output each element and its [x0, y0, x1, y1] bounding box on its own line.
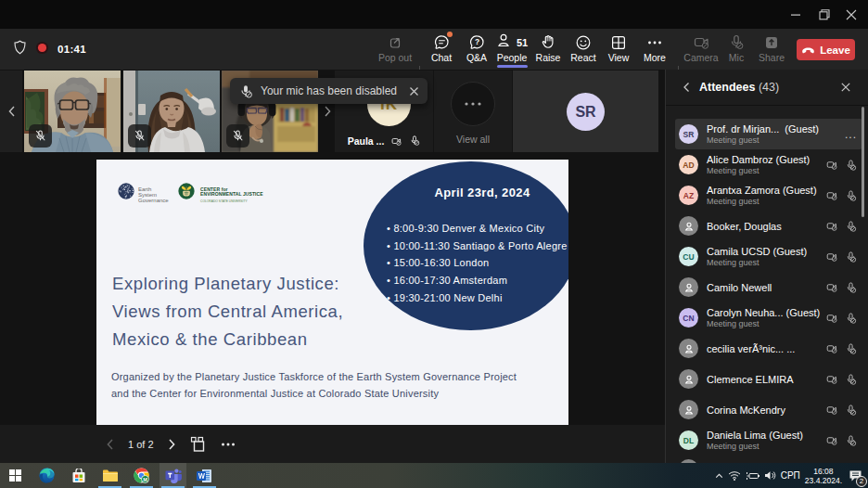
toast-message: Your mic has been disabled — [261, 84, 402, 97]
mic-off-icon — [845, 373, 857, 386]
attendees-panel: Attendees (43) SR Prof. dr Mirjan... (Gu… — [665, 70, 868, 463]
teams-icon — [165, 468, 182, 483]
camera-off-icon — [693, 32, 710, 52]
video-tile-participant-2[interactable] — [123, 71, 220, 152]
raise-hand-icon — [540, 32, 556, 52]
camera-off-icon — [825, 312, 838, 324]
mic-off-icon — [409, 135, 420, 147]
taskbar-word-icon[interactable] — [191, 463, 218, 488]
shared-presentation-slide[interactable]: April 23rd, 2024 8:00-9:30 Denver & Mexi… — [96, 160, 568, 425]
attendee-row[interactable]: Camilo Newell — [675, 272, 862, 302]
back-button[interactable] — [683, 82, 690, 93]
toast-close-icon[interactable] — [409, 86, 419, 96]
slide-title: Exploring Planetary Justice:Views from C… — [112, 270, 343, 353]
attendee-row[interactable]: Clemence ELMIRA — [675, 364, 862, 394]
battery-icon[interactable] — [746, 471, 760, 481]
raise-button[interactable]: Raise — [530, 31, 566, 69]
more-button[interactable]: More — [637, 31, 672, 69]
next-slide-button[interactable] — [168, 438, 176, 451]
mic-off-icon — [845, 250, 857, 263]
more-options-button[interactable] — [220, 436, 236, 453]
taskbar-store-icon[interactable] — [65, 463, 92, 488]
taskbar-explorer-icon[interactable] — [96, 463, 123, 488]
attendee-name: Prof. dr Mirjan... (Guest) — [707, 123, 819, 135]
restore-button[interactable] — [820, 10, 829, 19]
panel-separator — [666, 105, 868, 106]
windows-taskbar: M — [0, 463, 868, 488]
prev-slide-button[interactable] — [106, 438, 114, 451]
action-center-button[interactable]: 2 — [847, 467, 864, 485]
attendee-avatar: AD — [679, 155, 698, 174]
attendee-row[interactable]: Corina McKendry — [675, 394, 862, 425]
volume-icon[interactable] — [764, 470, 776, 481]
minimize-button[interactable] — [791, 15, 800, 16]
attendee-avatar: AZ — [679, 186, 698, 205]
taskbar-edge-icon[interactable] — [33, 463, 60, 488]
camera-off-icon — [825, 220, 838, 232]
tile2-muted-badge — [128, 124, 151, 148]
attendee-row[interactable]: Booker, Douglas — [675, 211, 862, 241]
video-tile-spotlight[interactable]: SR — [513, 71, 658, 152]
attendee-row[interactable]: CU Camila UCSD (Guest) Meeting guest — [675, 241, 862, 272]
chat-button[interactable]: Chat — [424, 31, 459, 69]
tray-clock[interactable]: 16:08 23.4.2024. — [805, 467, 842, 485]
attendees-header: Attendees (43) — [666, 70, 868, 105]
attendee-row[interactable]: cecilia verÃ³nic... ... — [675, 333, 862, 364]
mic-off-icon — [133, 129, 147, 143]
recording-indicator-icon — [35, 41, 49, 58]
tray-language[interactable]: СРП — [781, 470, 800, 481]
thumbnail-view-button[interactable] — [190, 436, 206, 452]
chevron-right-icon — [324, 105, 332, 118]
attendee-row[interactable]: CN Carolyn Neuha... (Guest) Meeting gues… — [675, 302, 862, 333]
notification-badge: 2 — [856, 476, 867, 487]
attendee-name: Clemence ELMIRA — [707, 374, 794, 385]
attendee-avatar: CN — [679, 308, 698, 327]
start-button[interactable] — [2, 463, 29, 488]
taskbar-chrome-icon[interactable]: M — [128, 463, 155, 488]
share-button[interactable]: Share — [754, 31, 789, 69]
spotlight-avatar: SR — [567, 93, 605, 131]
attendee-role: Meeting guest — [707, 197, 817, 206]
more-dots-icon — [646, 32, 663, 52]
camera-off-icon — [825, 281, 838, 293]
attendee-avatar-person-icon — [679, 277, 698, 297]
view-all-tile[interactable]: View all — [434, 71, 512, 152]
mic-off-icon — [845, 312, 857, 325]
panel-close-button[interactable] — [840, 82, 851, 93]
mic-off-icon — [231, 129, 245, 143]
close-button[interactable] — [847, 10, 856, 19]
attendee-name: Corina McKendry — [707, 405, 785, 416]
filmstrip-scroll-left-button[interactable] — [0, 71, 22, 152]
view-grid-icon — [610, 32, 627, 52]
attendee-row[interactable]: AD Alice Dambroz (Guest) Meeting guest — [675, 149, 862, 180]
mic-button[interactable]: Mic — [719, 31, 754, 69]
camera-off-icon — [825, 434, 838, 446]
attendee-row[interactable]: SR Prof. dr Mirjan... (Guest) Meeting gu… — [675, 119, 862, 149]
attendee-row[interactable]: AZ Arantxa Zamora (Guest) Meeting guest — [675, 180, 862, 211]
paula-name-label: Paula ... — [348, 135, 385, 147]
schedule-item: 8:00-9:30 Denver & Mexico City — [387, 220, 568, 238]
camera-off-icon — [825, 373, 838, 385]
tray-expand-icon[interactable] — [715, 472, 723, 480]
taskbar-teams-icon[interactable] — [160, 463, 186, 488]
camera-off-icon — [390, 135, 402, 147]
wifi-icon[interactable] — [728, 470, 741, 481]
view-button[interactable]: View — [601, 31, 636, 69]
attendee-avatar-person-icon — [679, 339, 698, 358]
react-button[interactable]: React — [566, 31, 601, 69]
attendee-row[interactable]: DL Daniela Lima (Guest) Meeting guest — [675, 425, 862, 456]
camera-button[interactable]: Camera — [683, 31, 719, 69]
attendee-more-icon[interactable]: ... — [845, 128, 857, 141]
mic-off-icon — [845, 404, 857, 417]
panel-scrollbar[interactable] — [862, 107, 864, 217]
schedule-item: 19:30-21:00 New Delhi — [387, 289, 568, 307]
video-tile-participant-1[interactable] — [24, 71, 121, 152]
leave-button[interactable]: Leave — [797, 39, 855, 60]
people-button[interactable]: 51 People — [494, 31, 530, 69]
people-active-underline — [497, 65, 528, 68]
popout-button[interactable]: Pop out — [377, 31, 413, 69]
slide-date-title: April 23rd, 2024 — [399, 186, 566, 199]
camera-off-icon — [825, 404, 838, 416]
qa-button[interactable]: ? Q&A — [459, 31, 494, 69]
attendee-role: Meeting guest — [707, 135, 819, 145]
